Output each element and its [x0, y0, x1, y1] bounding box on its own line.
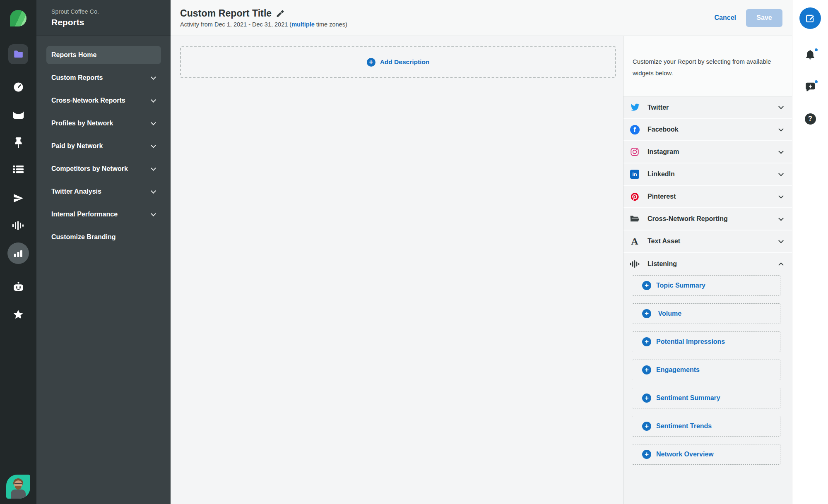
sidebar-title: Reports [51, 17, 171, 27]
widget-label: Potential Impressions [656, 338, 725, 346]
open-folder-icon [630, 214, 640, 224]
chevron-down-icon [151, 188, 156, 194]
nav-publish-send[interactable] [13, 193, 24, 203]
sidebar-item-label: Competitors by Network [51, 165, 128, 173]
add-widget-sentiment-summary[interactable]: Sentiment Summary [632, 388, 780, 408]
sidebar-item-paid-by-network[interactable]: Paid by Network [46, 137, 161, 155]
nav-reports-active[interactable] [7, 242, 29, 264]
help-button[interactable] [805, 113, 816, 125]
report-header: Custom Report Title Activity from Dec 1,… [171, 0, 792, 36]
nav-publishing[interactable] [14, 137, 23, 147]
edit-pencil-icon[interactable] [276, 9, 284, 18]
accordion-twitter[interactable]: Twitter [623, 96, 792, 119]
report-canvas: Add Description [171, 36, 623, 504]
add-description-button[interactable]: Add Description [180, 46, 616, 78]
plus-icon [642, 281, 651, 290]
sidebar-item-customize-branding[interactable]: Customize Branding [46, 228, 161, 246]
chevron-down-icon [778, 238, 784, 243]
sidebar-item-reports-folder[interactable] [8, 44, 28, 64]
nav-listening[interactable] [12, 221, 24, 230]
feedback-button[interactable] [805, 81, 816, 93]
accordion-label: Text Asset [647, 238, 680, 245]
plus-icon [642, 309, 651, 318]
question-mark-icon [805, 113, 816, 125]
plus-icon [642, 337, 651, 346]
chevron-down-icon [151, 74, 156, 80]
cancel-button[interactable]: Cancel [715, 14, 736, 22]
nav-tasks-list[interactable] [13, 165, 24, 175]
accordion-label: Pinterest [647, 193, 676, 200]
plus-icon [642, 365, 651, 374]
widget-label: Sentiment Trends [656, 422, 712, 430]
sidebar-item-internal-performance[interactable]: Internal Performance [46, 205, 161, 223]
sidebar-item-competitors-by-network[interactable]: Competitors by Network [46, 160, 161, 178]
add-widget-potential-impressions[interactable]: Potential Impressions [632, 331, 780, 352]
add-widget-sentiment-trends[interactable]: Sentiment Trends [632, 416, 780, 437]
page-title: Custom Report Title [180, 8, 272, 19]
chevron-down-icon [778, 126, 784, 132]
star-icon [13, 310, 24, 320]
accordion-linkedin[interactable]: LinkedIn [623, 163, 792, 186]
accordion-listening[interactable]: Listening [623, 253, 792, 275]
sidebar-item-cross-network-reports[interactable]: Cross-Network Reports [46, 91, 161, 110]
pinterest-icon [630, 192, 640, 202]
compose-button[interactable] [799, 7, 821, 29]
sidebar-item-label: Paid by Network [51, 142, 103, 150]
accordion-text-asset[interactable]: Text Asset [623, 230, 792, 253]
sprout-logo-icon[interactable] [10, 10, 26, 26]
accordion-pinterest[interactable]: Pinterest [623, 186, 792, 208]
add-widget-topic-summary[interactable]: Topic Summary [632, 275, 780, 296]
sidebar-item-reports-home[interactable]: Reports Home [46, 46, 161, 64]
waveform-icon [630, 259, 640, 269]
folder-icon [13, 49, 24, 60]
chevron-down-icon [151, 143, 156, 148]
plus-icon [642, 394, 651, 403]
report-body: Add Description Customize your Report by… [171, 36, 792, 504]
accordion-label: Listening [647, 260, 677, 268]
nav-favorites[interactable] [13, 310, 24, 319]
nav-dashboard[interactable] [13, 82, 24, 92]
send-icon [13, 193, 24, 204]
accordion-label: Twitter [647, 104, 669, 111]
linkedin-icon [630, 169, 640, 179]
sidebar-item-twitter-analysis[interactable]: Twitter Analysis [46, 182, 161, 201]
sidebar-item-label: Cross-Network Reports [51, 97, 125, 104]
multiple-timezones-link[interactable]: multiple [291, 21, 315, 28]
pin-icon [14, 137, 23, 149]
accordion-cross-network-reporting[interactable]: Cross-Network Reporting [623, 208, 792, 230]
sidebar-item-custom-reports[interactable]: Custom Reports [46, 69, 161, 87]
avatar-beard [15, 486, 22, 490]
sidebar-header: Sprout Coffee Co. Reports [36, 0, 171, 36]
chevron-down-icon [151, 211, 156, 216]
report-date-range: Activity from Dec 1, 2021 - Dec 31, 2021… [180, 21, 347, 28]
reports-sidebar: Sprout Coffee Co. Reports Reports Home C… [36, 0, 171, 504]
add-widget-engagements[interactable]: Engagements [632, 360, 780, 380]
primary-nav-rail [0, 0, 36, 504]
user-avatar[interactable] [6, 475, 30, 499]
sidebar-item-label: Reports Home [51, 51, 96, 59]
add-widget-volume[interactable]: Volume [632, 303, 780, 324]
sidebar-item-label: Customize Branding [51, 233, 116, 241]
chevron-down-icon [778, 149, 784, 154]
accordion-label: Instagram [647, 148, 679, 156]
add-widget-network-overview[interactable]: Network Overview [632, 444, 780, 465]
save-button[interactable]: Save [746, 9, 782, 27]
nav-automation-bot[interactable] [13, 282, 24, 292]
accordion-instagram[interactable]: Instagram [623, 141, 792, 163]
date-range-suffix: time zones) [315, 21, 347, 28]
notification-dot [814, 79, 818, 84]
notifications-button[interactable] [804, 49, 816, 61]
chevron-down-icon [778, 216, 784, 221]
accordion-facebook[interactable]: Facebook [623, 119, 792, 141]
chevron-down-icon [151, 97, 156, 103]
widgets-panel: Customize your Report by selecting from … [623, 36, 792, 504]
avatar-shirt [11, 490, 26, 499]
facebook-icon [630, 125, 640, 134]
instagram-icon [630, 147, 640, 157]
widget-label: Engagements [656, 366, 700, 374]
sidebar-item-label: Profiles by Network [51, 120, 113, 127]
accordion-label: LinkedIn [647, 170, 675, 178]
sidebar-item-profiles-by-network[interactable]: Profiles by Network [46, 114, 161, 132]
report-builder-region: Custom Report Title Activity from Dec 1,… [171, 0, 792, 504]
nav-inbox[interactable] [13, 110, 24, 120]
